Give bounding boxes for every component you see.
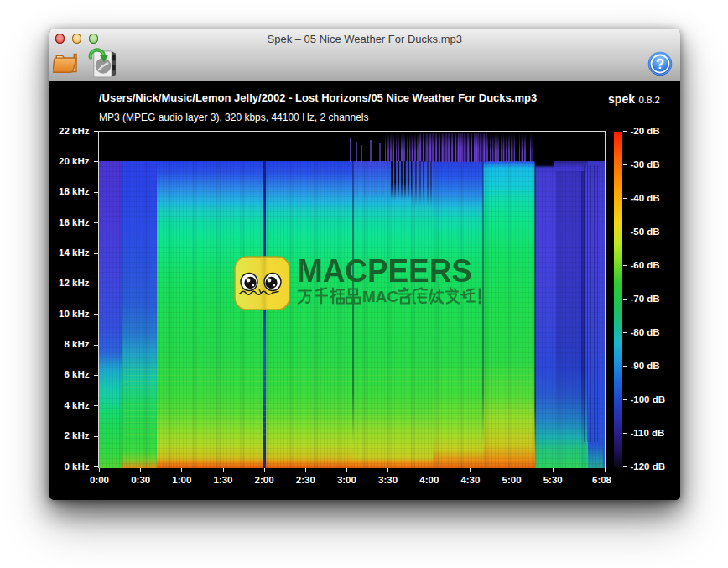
svg-text:?: ? [656, 56, 664, 71]
svg-text:MAC: MAC [362, 288, 399, 305]
